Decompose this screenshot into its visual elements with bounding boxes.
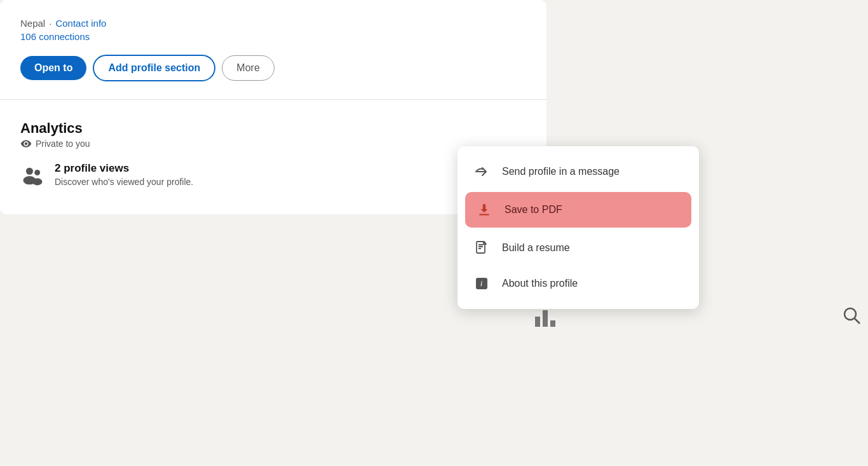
build-resume-item[interactable]: Build a resume (458, 230, 699, 266)
download-icon (475, 201, 493, 219)
svg-point-3 (32, 178, 43, 185)
more-button[interactable]: More (222, 55, 274, 81)
profile-views-row: 2 profile views Discover who's viewed yo… (20, 162, 526, 191)
profile-views-info: 2 profile views Discover who's viewed yo… (55, 162, 193, 189)
analytics-section: Analytics Private to you 2 profile views (20, 118, 526, 191)
svg-rect-8 (543, 310, 548, 327)
eye-icon (20, 138, 32, 149)
people-icon (20, 163, 46, 191)
analytics-title: Analytics (20, 120, 526, 137)
svg-line-11 (855, 319, 860, 324)
location-text: Nepal (20, 18, 45, 29)
more-dropdown-menu: Send profile in a message Save to PDF Bu… (458, 146, 699, 309)
profile-views-desc: Discover who's viewed your profile. (55, 176, 193, 189)
build-resume-label: Build a resume (502, 242, 570, 254)
search-area[interactable] (841, 305, 862, 328)
svg-point-2 (34, 170, 40, 175)
save-to-pdf-label: Save to PDF (505, 204, 562, 216)
svg-rect-9 (550, 320, 555, 327)
connections-link[interactable]: 106 connections (20, 31, 526, 42)
private-row: Private to you (20, 138, 526, 149)
divider (0, 99, 546, 100)
profile-views-count[interactable]: 2 profile views (55, 162, 193, 175)
send-profile-label: Send profile in a message (502, 166, 620, 177)
open-to-button[interactable]: Open to (20, 56, 86, 80)
add-profile-section-button[interactable]: Add profile section (93, 55, 215, 81)
location-row: Nepal · Contact info (20, 18, 526, 29)
bar-chart-area (534, 305, 557, 331)
dot-separator: · (49, 18, 51, 29)
svg-point-10 (844, 308, 856, 320)
svg-point-0 (26, 168, 33, 175)
send-profile-item[interactable]: Send profile in a message (458, 154, 699, 189)
contact-info-link[interactable]: Contact info (55, 18, 106, 29)
private-label: Private to you (36, 139, 90, 149)
svg-text:i: i (480, 278, 483, 288)
about-profile-label: About this profile (502, 278, 578, 289)
resume-icon (473, 239, 491, 257)
svg-rect-7 (535, 317, 540, 327)
save-to-pdf-item[interactable]: Save to PDF (465, 192, 691, 228)
info-icon: i (473, 275, 491, 292)
share-icon (473, 163, 491, 181)
about-profile-item[interactable]: i About this profile (458, 266, 699, 301)
action-buttons-row: Open to Add profile section More (20, 55, 526, 81)
